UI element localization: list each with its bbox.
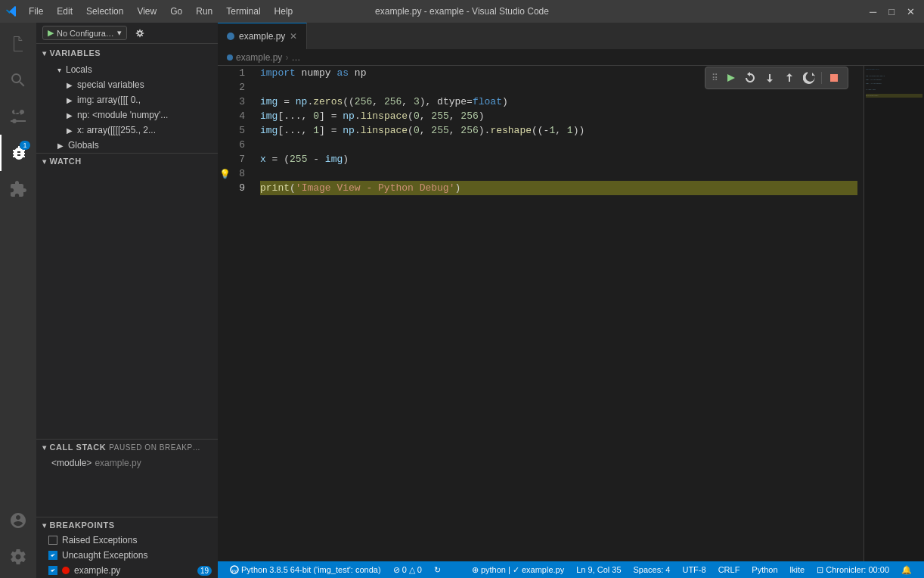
- status-lkite-text: lkite: [790, 565, 805, 574]
- debug-config-label: No Configura…: [57, 29, 114, 38]
- debug-settings-button[interactable]: [132, 25, 148, 42]
- breakpoints-header[interactable]: ▾ BREAKPOINTS: [36, 517, 218, 533]
- globals-item[interactable]: ▶ Globals: [36, 138, 218, 153]
- debug-step-out-button[interactable]: [780, 69, 798, 87]
- status-encoding-text: UTF-8: [682, 565, 705, 574]
- menu-help[interactable]: Help: [268, 5, 299, 18]
- status-notifications[interactable]: 🔔: [895, 565, 918, 575]
- title-bar-left: File Edit Selection View Go Run Terminal…: [6, 5, 299, 18]
- example-py-breakpoint-item[interactable]: example.py 19: [36, 563, 218, 578]
- uncaught-exceptions-item[interactable]: Uncaught Exceptions: [36, 548, 218, 563]
- status-language-text: Python: [752, 565, 777, 574]
- line-num-1: 1: [218, 66, 245, 80]
- activity-debug[interactable]: 1: [0, 135, 36, 171]
- title-bar-right: ─ □ ✕: [867, 6, 918, 17]
- debug-config-run-icon: ▶: [48, 28, 54, 38]
- debug-badge: 1: [20, 141, 30, 150]
- python-status-icon: py: [230, 565, 239, 574]
- debug-step-into-button[interactable]: [761, 69, 779, 87]
- tab-filename: example.py: [239, 31, 285, 42]
- code-line-8: [260, 166, 857, 181]
- frame-module-label: <module>: [51, 458, 91, 468]
- example-py-checkbox[interactable]: [48, 566, 57, 575]
- status-spaces[interactable]: Spaces: 4: [628, 565, 677, 574]
- breakpoint-dot: [62, 567, 70, 574]
- globals-label: Globals: [68, 140, 99, 151]
- vscode-logo-icon: [6, 5, 18, 17]
- status-sync[interactable]: ↻: [428, 561, 447, 578]
- status-line-ending-text: CRLF: [718, 565, 740, 574]
- debug-float-toolbar: ⠿: [705, 67, 848, 89]
- debug-config-selector[interactable]: ▶ No Configura… ▾: [42, 26, 127, 40]
- editor-tab-example-py[interactable]: example.py ✕: [218, 23, 307, 49]
- watch-header[interactable]: ▾ WATCH: [36, 154, 218, 169]
- raised-exceptions-item[interactable]: Raised Exceptions: [36, 533, 218, 548]
- breadcrumb-more[interactable]: …: [291, 52, 300, 63]
- status-env[interactable]: ⊕ python | ✓ example.py: [466, 565, 570, 575]
- toolbar-separator: [821, 72, 822, 84]
- debug-restart-button[interactable]: [800, 69, 818, 87]
- debug-config-chevron: ▾: [117, 28, 122, 38]
- activity-source-control[interactable]: [0, 98, 36, 135]
- debug-step-over-button[interactable]: [741, 69, 759, 87]
- menu-file[interactable]: File: [23, 5, 49, 18]
- menu-run[interactable]: Run: [190, 5, 219, 18]
- menu-view[interactable]: View: [131, 5, 163, 18]
- main-layout: 1 ▶ No Configura…: [0, 23, 924, 578]
- status-python-version[interactable]: py Python 3.8.5 64-bit ('img_test': cond…: [224, 561, 387, 578]
- debug-stop-button[interactable]: [825, 69, 843, 87]
- status-encoding[interactable]: UTF-8: [676, 565, 712, 574]
- watch-section: ▾ WATCH: [36, 153, 218, 169]
- activity-account[interactable]: [0, 502, 36, 539]
- special-vars-chevron: ▶: [67, 81, 73, 89]
- call-stack-header[interactable]: ▾ CALL STACK PAUSED ON BREAKP…: [36, 440, 218, 455]
- status-errors[interactable]: ⊘ 0 △ 0: [387, 561, 428, 578]
- toolbar-drag-handle[interactable]: ⠿: [710, 73, 720, 83]
- activity-extensions[interactable]: [0, 171, 36, 207]
- img-var-chevron: ▶: [67, 96, 73, 104]
- status-errors-text: ⊘ 0 △ 0: [393, 565, 422, 575]
- img-var-label: img: array([[[ 0.,: [77, 95, 141, 105]
- tab-close-button[interactable]: ✕: [290, 31, 297, 42]
- np-var-item[interactable]: ▶ np: <module 'numpy'...: [36, 107, 218, 123]
- status-lkite[interactable]: lkite: [784, 565, 811, 574]
- status-env-text: ⊕ python | ✓ example.py: [472, 565, 564, 575]
- code-line-3: img = np.zeros((256, 256, 3), dtype=floa…: [260, 95, 857, 109]
- variables-header[interactable]: ▾ VARIABLES: [36, 44, 218, 62]
- status-spaces-text: Spaces: 4: [634, 565, 671, 574]
- status-language[interactable]: Python: [746, 565, 783, 574]
- code-line-4: img[..., 0] = np.linspace(0, 255, 256): [260, 109, 857, 123]
- sidebar-spacer: [36, 169, 218, 439]
- python-version-text: Python 3.8.5 64-bit ('img_test': conda): [241, 565, 381, 574]
- code-line-7: x = (255 - img): [260, 152, 857, 166]
- maximize-button[interactable]: □: [885, 6, 898, 17]
- breadcrumb-separator: ›: [285, 52, 288, 63]
- breadcrumb-filename[interactable]: example.py: [236, 52, 282, 63]
- menu-terminal[interactable]: Terminal: [220, 5, 266, 18]
- menu-go[interactable]: Go: [164, 5, 188, 18]
- x-var-item[interactable]: ▶ x: array([[[[255., 2...: [36, 123, 218, 138]
- code-content[interactable]: import numpy as np img = np.zeros((256, …: [254, 66, 864, 561]
- status-chronicler[interactable]: ⊡ Chronicler: 00:00: [811, 565, 895, 575]
- uncaught-exceptions-checkbox[interactable]: [48, 551, 57, 560]
- img-var-item[interactable]: ▶ img: array([[[ 0.,: [36, 92, 218, 107]
- close-button[interactable]: ✕: [904, 6, 918, 17]
- raised-exceptions-checkbox[interactable]: [48, 536, 57, 545]
- menu-edit[interactable]: Edit: [51, 5, 79, 18]
- minimize-button[interactable]: ─: [867, 6, 879, 17]
- locals-item[interactable]: ▾ Locals: [36, 62, 218, 77]
- line-num-9: ➤ 9: [218, 181, 245, 195]
- code-line-9: print('Image View - Python Debug'): [260, 181, 857, 195]
- editor-main: 1 2 3 4 5 6 7 💡 8 ➤ 9 imp: [218, 66, 924, 561]
- activity-search[interactable]: [0, 62, 36, 98]
- special-vars-item[interactable]: ▶ special variables: [36, 77, 218, 92]
- status-line-ending[interactable]: CRLF: [712, 565, 746, 574]
- activity-explore[interactable]: [0, 26, 36, 62]
- menu-selection[interactable]: Selection: [80, 5, 129, 18]
- breakpoints-chevron: ▾: [42, 521, 47, 530]
- status-position[interactable]: Ln 9, Col 35: [570, 565, 627, 574]
- call-stack-frame-0[interactable]: <module> example.py: [36, 455, 218, 471]
- activity-settings[interactable]: [0, 539, 36, 575]
- breakpoints-section: ▾ BREAKPOINTS Raised Exceptions Uncaught…: [36, 517, 218, 578]
- debug-continue-button[interactable]: [721, 69, 740, 87]
